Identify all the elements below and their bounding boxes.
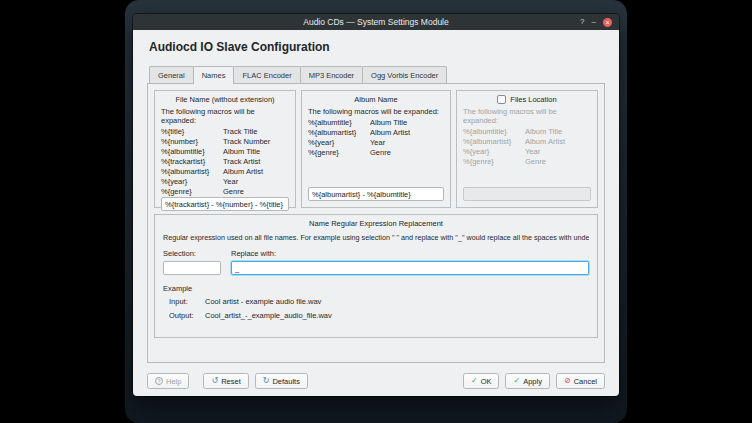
macro-row: %{title}Track Title bbox=[161, 127, 289, 137]
regexp-description: Regular expression used on all file name… bbox=[163, 233, 589, 242]
help-icon[interactable]: ? bbox=[580, 17, 584, 27]
reset-button-label: Reset bbox=[221, 377, 241, 386]
example-output-label: Output: bbox=[169, 311, 205, 321]
regexp-fields-row: Selection: Replace with: bbox=[163, 249, 589, 275]
example-section: Example Input: Cool artist - example aud… bbox=[163, 284, 589, 321]
help-button[interactable]: ? Help bbox=[147, 373, 189, 389]
cancel-button-label: Cancel bbox=[574, 377, 597, 386]
macro-name: %{trackartist} bbox=[161, 157, 223, 167]
macro-row: %{genre}Genre bbox=[161, 187, 289, 197]
window-body: Audiocd IO Slave Configuration General N… bbox=[133, 30, 619, 396]
selection-input[interactable] bbox=[163, 261, 221, 275]
cancel-button[interactable]: ⊘ Cancel bbox=[556, 373, 605, 389]
tab-mp3-encoder[interactable]: MP3 Encoder bbox=[300, 66, 363, 83]
tab-bar: General Names FLAC Encoder MP3 Encoder O… bbox=[149, 66, 605, 83]
regexp-group-title: Name Regular Expression Replacement bbox=[163, 219, 589, 228]
macro-name: %{genre} bbox=[161, 187, 223, 197]
help-button-icon: ? bbox=[155, 377, 163, 385]
macro-desc: Track Artist bbox=[223, 157, 260, 167]
album-name-pattern-input[interactable] bbox=[308, 187, 444, 201]
dialog-button-row: ? Help ↺ Reset ↻ Defaults ✓ OK ✓ bbox=[147, 373, 605, 389]
apply-button[interactable]: ✓ Apply bbox=[505, 373, 549, 389]
macro-desc: Year bbox=[525, 147, 540, 157]
names-tab-panel: File Name (without extension) The follow… bbox=[147, 83, 605, 363]
defaults-button-label: Defaults bbox=[272, 377, 300, 386]
album-name-macro-list: %{albumtitle}Album Title %{albumartist}A… bbox=[308, 118, 444, 158]
apply-button-label: Apply bbox=[523, 377, 542, 386]
macro-desc: Album Title bbox=[223, 147, 260, 157]
tab-flac-encoder[interactable]: FLAC Encoder bbox=[233, 66, 300, 83]
page-title: Audiocd IO Slave Configuration bbox=[149, 40, 605, 54]
file-name-pattern-input[interactable] bbox=[161, 197, 289, 211]
macro-desc: Album Title bbox=[370, 118, 407, 128]
reset-button[interactable]: ↺ Reset bbox=[203, 373, 248, 389]
macro-name: %{year} bbox=[463, 147, 525, 157]
macro-desc: Genre bbox=[223, 187, 244, 197]
example-heading: Example bbox=[163, 284, 589, 293]
help-button-label: Help bbox=[166, 377, 181, 386]
macro-row: %{albumtitle}Album Title bbox=[463, 127, 591, 137]
titlebar[interactable]: Audio CDs — System Settings Module ? – × bbox=[133, 14, 619, 30]
file-name-group-intro: The following macros will be expanded: bbox=[161, 107, 289, 125]
files-location-checkbox[interactable] bbox=[497, 95, 506, 104]
macro-name: %{albumartist} bbox=[161, 167, 223, 177]
macro-name: %{genre} bbox=[308, 148, 370, 158]
titlebar-buttons: ? – × bbox=[580, 14, 612, 30]
macro-desc: Genre bbox=[370, 148, 391, 158]
close-icon[interactable]: × bbox=[603, 18, 612, 27]
files-location-input-wrap bbox=[463, 187, 591, 201]
example-input-value: Cool artist - example audio file.wav bbox=[205, 297, 321, 307]
macro-row: %{year}Year bbox=[308, 138, 444, 148]
macro-row: %{genre}Genre bbox=[463, 157, 591, 167]
album-name-group-title: Album Name bbox=[308, 95, 444, 104]
ok-button-label: OK bbox=[481, 377, 492, 386]
file-name-macro-list: %{title}Track Title %{number}Track Numbe… bbox=[161, 127, 289, 197]
macro-desc: Track Number bbox=[223, 137, 270, 147]
macro-row: %{trackartist}Track Artist bbox=[161, 157, 289, 167]
tab-names[interactable]: Names bbox=[193, 66, 235, 83]
macro-row: %{albumartist}Album Artist bbox=[463, 137, 591, 147]
settings-window: Audio CDs — System Settings Module ? – ×… bbox=[133, 14, 619, 396]
macro-name: %{year} bbox=[161, 177, 223, 187]
files-location-intro: The following macros will be expanded: bbox=[463, 107, 591, 125]
files-location-header: Files Location bbox=[463, 95, 591, 104]
macro-row: %{albumtitle}Album Title bbox=[308, 118, 444, 128]
reset-icon: ↺ bbox=[211, 377, 218, 385]
ok-button[interactable]: ✓ OK bbox=[463, 373, 500, 389]
macro-desc: Album Artist bbox=[370, 128, 410, 138]
example-output-row: Output: Cool_artist_-_example_audio_file… bbox=[163, 311, 589, 321]
files-location-pattern-input bbox=[463, 187, 591, 201]
files-location-content: The following macros will be expanded: %… bbox=[463, 107, 591, 167]
cancel-icon: ⊘ bbox=[564, 377, 571, 385]
replace-with-label: Replace with: bbox=[231, 249, 589, 258]
macro-desc: Track Title bbox=[223, 127, 257, 137]
macro-desc: Album Artist bbox=[525, 137, 565, 147]
macro-name: %{albumtitle} bbox=[463, 127, 525, 137]
tab-ogg-vorbis-encoder[interactable]: Ogg Vorbis Encoder bbox=[362, 66, 447, 83]
ok-icon: ✓ bbox=[471, 377, 478, 385]
macro-desc: Album Title bbox=[525, 127, 562, 137]
macro-row: %{albumartist}Album Artist bbox=[308, 128, 444, 138]
selection-label: Selection: bbox=[163, 249, 221, 258]
minimize-icon[interactable]: – bbox=[592, 17, 596, 27]
macro-row: %{year}Year bbox=[463, 147, 591, 157]
regexp-replacement-group: Name Regular Expression Replacement Regu… bbox=[154, 214, 598, 338]
file-name-input-wrap bbox=[161, 197, 289, 211]
macro-name: %{albumtitle} bbox=[308, 118, 370, 128]
example-input-row: Input: Cool artist - example audio file.… bbox=[163, 297, 589, 307]
macro-name: %{title} bbox=[161, 127, 223, 137]
album-name-input-wrap bbox=[308, 187, 444, 201]
tab-general[interactable]: General bbox=[149, 66, 194, 83]
replace-with-input[interactable] bbox=[231, 261, 589, 275]
macro-desc: Year bbox=[223, 177, 238, 187]
macro-row: %{number}Track Number bbox=[161, 137, 289, 147]
defaults-button[interactable]: ↻ Defaults bbox=[255, 373, 308, 389]
macro-groups-row: File Name (without extension) The follow… bbox=[154, 90, 598, 208]
macro-row: %{albumartist}Album Artist bbox=[161, 167, 289, 177]
files-location-group: Files Location The following macros will… bbox=[456, 90, 598, 208]
apply-icon: ✓ bbox=[513, 377, 520, 385]
macro-desc: Genre bbox=[525, 157, 546, 167]
example-output-value: Cool_artist_-_example_audio_file.wav bbox=[205, 311, 332, 321]
macro-name: %{number} bbox=[161, 137, 223, 147]
example-input-label: Input: bbox=[169, 297, 205, 307]
